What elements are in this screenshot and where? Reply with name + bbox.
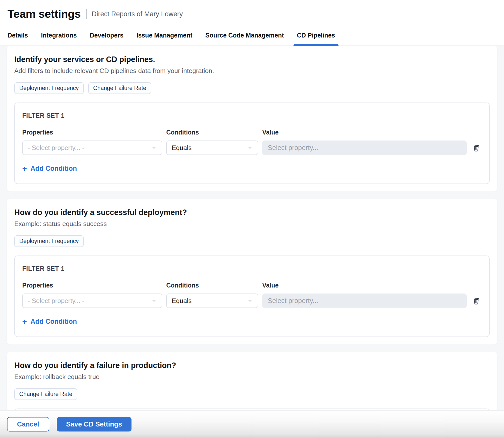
section-heading: How do you identify a successful deploym…: [14, 208, 490, 217]
page-header: Team settings Direct Reports of Mary Low…: [0, 0, 504, 25]
filter-column-labels: Properties Conditions Value: [22, 282, 482, 289]
team-settings-page: Team settings Direct Reports of Mary Low…: [0, 0, 504, 438]
filter-set-title: FILTER SET 1: [22, 265, 482, 272]
chip-deployment-frequency[interactable]: Deployment Frequency: [14, 235, 84, 247]
tab-details[interactable]: Details: [8, 25, 28, 46]
chip-deployment-frequency[interactable]: Deployment Frequency: [14, 82, 84, 94]
conditions-label: Conditions: [166, 129, 258, 136]
tab-source-code-management[interactable]: Source Code Management: [206, 25, 284, 46]
tab-bar: Details Integrations Developers Issue Ma…: [0, 25, 504, 46]
filter-column-labels: Properties Conditions Value: [22, 129, 482, 136]
condition-select[interactable]: Equals: [166, 140, 258, 155]
plus-icon: +: [22, 164, 27, 172]
save-cd-settings-button[interactable]: Save CD Settings: [57, 417, 132, 432]
condition-select-value: Equals: [172, 144, 192, 152]
value-input[interactable]: [262, 294, 467, 308]
section-description: Add filters to include relevant CD pipel…: [14, 67, 490, 75]
metric-chips: Deployment Frequency Change Failure Rate: [14, 82, 490, 94]
footer-action-bar: Cancel Save CD Settings: [0, 410, 504, 438]
property-select[interactable]: - Select property... -: [22, 140, 162, 155]
chip-change-failure-rate[interactable]: Change Failure Rate: [14, 388, 77, 400]
trash-icon: [472, 144, 480, 152]
property-select[interactable]: - Select property... -: [22, 294, 162, 308]
tab-integrations[interactable]: Integrations: [41, 25, 77, 46]
filter-set-card: FILTER SET 1 Properties Conditions Value…: [14, 256, 490, 337]
page-subtitle: Direct Reports of Mary Lowery: [92, 10, 183, 18]
delete-condition-button[interactable]: [471, 296, 482, 306]
trash-icon: [472, 296, 480, 305]
chevron-down-icon: [247, 145, 253, 150]
filter-condition-row: - Select property... - Equals: [22, 140, 482, 155]
chip-change-failure-rate[interactable]: Change Failure Rate: [88, 82, 151, 94]
metric-chips: Change Failure Rate: [14, 388, 490, 400]
conditions-label: Conditions: [166, 282, 258, 289]
properties-label: Properties: [22, 129, 162, 136]
condition-select[interactable]: Equals: [166, 294, 258, 308]
page-title: Team settings: [8, 8, 81, 20]
value-input[interactable]: [262, 140, 467, 155]
section-heading: Identify your services or CD pipelines.: [14, 55, 490, 64]
title-separator: [86, 9, 87, 19]
filter-set-card: FILTER SET 1 Properties Conditions Value…: [14, 102, 490, 184]
tab-developers[interactable]: Developers: [90, 25, 124, 46]
chevron-down-icon: [151, 145, 157, 150]
metric-chips: Deployment Frequency: [14, 235, 490, 247]
plus-icon: +: [22, 318, 27, 326]
property-select-placeholder: - Select property... -: [28, 297, 84, 305]
cancel-button[interactable]: Cancel: [7, 417, 49, 432]
tab-issue-management[interactable]: Issue Management: [136, 25, 192, 46]
chevron-down-icon: [151, 298, 157, 304]
condition-select-value: Equals: [172, 297, 192, 305]
add-condition-label: Add Condition: [30, 318, 77, 326]
property-select-placeholder: - Select property... -: [28, 144, 84, 152]
section-heading: How do you identify a failure in product…: [14, 361, 490, 370]
section-description: Example: rollback equals true: [14, 373, 490, 381]
filter-condition-row: - Select property... - Equals: [22, 294, 482, 308]
properties-label: Properties: [22, 282, 162, 289]
main-content: Identify your services or CD pipelines. …: [0, 46, 504, 438]
add-condition-label: Add Condition: [30, 165, 77, 172]
delete-condition-button[interactable]: [471, 142, 482, 153]
tab-cd-pipelines[interactable]: CD Pipelines: [297, 25, 335, 46]
value-label: Value: [262, 129, 467, 136]
chevron-down-icon: [247, 298, 253, 304]
section-identify-pipelines: Identify your services or CD pipelines. …: [7, 46, 497, 192]
add-condition-button[interactable]: + Add Condition: [22, 318, 77, 326]
value-label: Value: [262, 282, 467, 289]
filter-set-title: FILTER SET 1: [22, 112, 482, 119]
add-condition-button[interactable]: + Add Condition: [22, 164, 77, 172]
section-successful-deployment: How do you identify a successful deploym…: [7, 199, 497, 344]
section-description: Example: status equals success: [14, 220, 490, 228]
